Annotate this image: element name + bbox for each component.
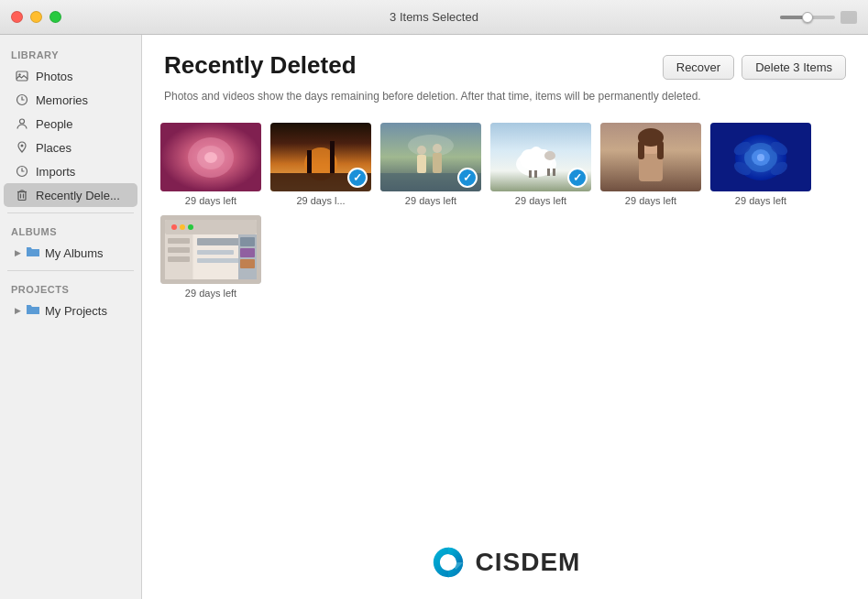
svg-point-34 [531,147,542,158]
svg-rect-36 [547,169,550,176]
sidebar-item-recently-deleted[interactable]: Recently Dele... [4,183,137,207]
triangle-icon-projects: ▶ [15,306,21,315]
cisdem-logo-icon [430,544,467,581]
photos-label: Photos [36,70,72,83]
photo-icon [15,69,29,83]
sidebar-item-my-albums[interactable]: ▶ My Albums [4,241,137,265]
watermark: CISDEM [142,507,868,599]
list-item[interactable]: 29 days left [160,123,261,206]
svg-rect-0 [16,71,27,81]
clock-icon [15,164,29,179]
svg-rect-72 [240,259,255,268]
svg-point-16 [204,152,217,163]
my-albums-label: My Albums [45,246,104,260]
folder-icon [26,245,40,260]
zoom-slider[interactable] [780,16,835,19]
list-item[interactable]: ✓ 29 days left [490,123,591,206]
window-controls [11,11,61,23]
svg-rect-20 [307,150,312,173]
photo-days-label: 29 days l... [296,195,345,206]
cisdem-logo: CISDEM [430,544,581,581]
svg-rect-44 [638,141,644,159]
content-subtitle: Photos and videos show the days remainin… [164,89,806,104]
minimize-button[interactable] [30,11,42,23]
imports-label: Imports [36,165,75,179]
library-section-label: Library [0,42,141,64]
header-row: Recently Deleted Recover Delete 3 Items [164,51,846,83]
svg-point-1 [18,73,20,75]
svg-point-24 [417,146,426,155]
svg-point-58 [171,224,177,230]
maximize-button[interactable] [49,11,61,23]
photo-thumbnail[interactable] [710,123,811,191]
svg-point-23 [408,135,454,157]
triangle-icon: ▶ [15,248,21,257]
photo-days-label: 29 days left [185,195,236,206]
svg-rect-27 [433,153,442,173]
content-header: Recently Deleted Recover Delete 3 Items … [142,35,868,119]
svg-rect-45 [657,141,664,159]
photo-days-label: 29 days left [735,195,786,206]
photo-thumbnail[interactable] [600,123,701,191]
sidebar-divider-1 [7,212,134,213]
photo-days-label: 29 days left [515,195,566,206]
titlebar: 3 Items Selected [0,0,868,35]
selection-check: ✓ [457,168,478,188]
svg-point-59 [180,224,185,230]
sidebar-item-my-projects[interactable]: ▶ My Projects [4,299,137,322]
svg-rect-57 [165,220,257,234]
window-title: 3 Items Selected [390,10,478,24]
photo-thumbnail[interactable]: ✓ [490,123,591,191]
close-button[interactable] [11,11,23,23]
sidebar-item-memories[interactable]: Memories [4,88,137,112]
selection-check: ✓ [347,168,368,188]
places-label: Places [36,141,71,155]
sidebar-item-photos[interactable]: Photos [4,64,137,88]
svg-rect-71 [240,248,255,257]
svg-point-50 [757,154,764,161]
list-item[interactable]: ✓ 29 days l... [270,123,371,206]
my-projects-label: My Projects [45,304,107,318]
view-toggle-icon[interactable] [841,11,857,24]
sidebar-item-imports[interactable]: Imports [4,159,137,183]
photo-thumbnail[interactable]: ✓ [380,123,481,191]
svg-rect-38 [529,170,532,178]
app-body: Library Photos Memories [0,35,868,599]
svg-rect-63 [168,238,190,244]
trash-icon [15,188,29,202]
brand-name: CISDEM [476,548,581,577]
list-item[interactable]: 29 days left [160,215,261,299]
selection-check: ✓ [567,168,588,188]
photo-thumbnail[interactable] [160,123,261,191]
sidebar-item-people[interactable]: People [4,112,137,136]
svg-rect-70 [240,237,255,246]
pin-icon [15,140,29,155]
svg-point-26 [433,144,442,153]
sidebar-item-places[interactable]: Places [4,136,137,159]
photo-thumbnail[interactable] [160,215,261,284]
svg-rect-68 [197,258,243,263]
svg-rect-67 [197,250,234,255]
projects-section-label: Projects [0,277,141,299]
sidebar-divider-2 [7,270,134,271]
svg-rect-39 [534,170,537,178]
svg-point-35 [544,151,555,160]
photo-thumbnail[interactable]: ✓ [270,123,371,191]
sidebar: Library Photos Memories [0,35,142,599]
titlebar-right-controls [780,11,857,24]
list-item[interactable]: ✓ 29 days left [380,123,481,206]
svg-rect-65 [168,256,190,262]
delete-items-button[interactable]: Delete 3 Items [742,55,846,80]
list-item[interactable]: 29 days left [600,123,701,206]
person-icon [15,116,29,131]
folder-icon-projects [26,303,40,318]
photos-grid: 29 days left [142,119,868,507]
photo-days-label: 29 days left [405,195,456,206]
page-title: Recently Deleted [164,51,357,80]
photo-days-label: 29 days left [185,288,236,299]
svg-point-60 [188,224,193,230]
recover-button[interactable]: Recover [663,55,734,80]
list-item[interactable]: 29 days left [710,123,811,206]
people-label: People [36,117,72,131]
recently-deleted-label: Recently Dele... [36,189,120,202]
